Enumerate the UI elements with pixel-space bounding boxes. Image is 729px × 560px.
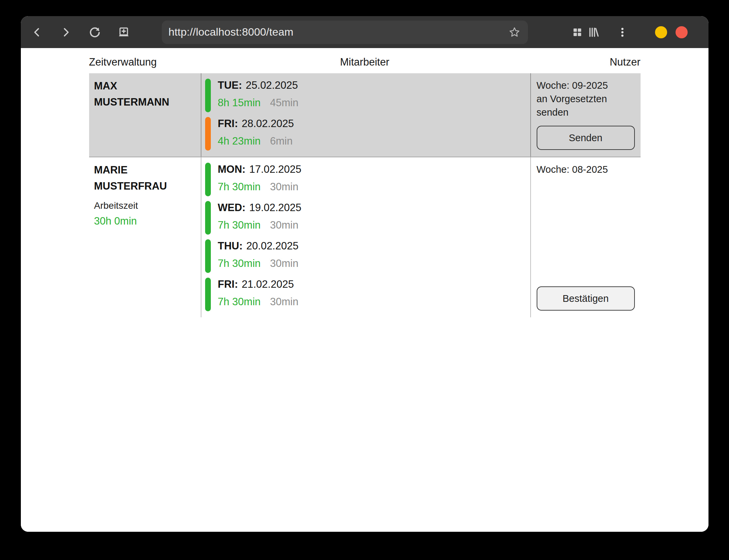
week-label: Woche: 08-2025 (537, 163, 635, 176)
reload-button[interactable] (87, 24, 103, 40)
top-navigation: Zeitverwaltung Mitarbeiter Nutzer (89, 48, 641, 68)
entry-break-duration: 30min (270, 181, 298, 193)
entry-day: WED: (218, 202, 246, 213)
entry-day: MON: (218, 163, 246, 175)
entry-worked-duration: 8h 15min (218, 97, 261, 109)
employee-name-column: MARIE MUSTERFRAU Arbeitszeit 30h 0min (89, 157, 201, 317)
apps-grid-icon (572, 27, 583, 38)
reload-icon (88, 26, 101, 39)
entry-day: FRI: (218, 278, 238, 290)
browser-toolbar: http://localhost:8000/team (21, 16, 708, 48)
employee-row: MARIE MUSTERFRAU Arbeitszeit 30h 0min MO… (89, 157, 641, 317)
entry-day: TUE: (218, 79, 242, 91)
worktime-total: 30h 0min (94, 215, 197, 227)
employee-table: MAX MUSTERMANN TUE:25.02.2025 8h 15min45… (89, 73, 641, 317)
time-entry-text: FRI:21.02.2025 7h 30min30min (218, 278, 299, 311)
time-entry: TUE:25.02.2025 8h 15min45min (205, 79, 530, 112)
week-label: Woche: 09-2025 an Vorgesetzten senden (537, 79, 635, 119)
entry-date: 28.02.2025 (242, 118, 294, 129)
window-close-button[interactable] (676, 26, 688, 38)
status-bar (205, 201, 211, 235)
entry-day: FRI: (218, 118, 238, 129)
nav-item-zeitverwaltung[interactable]: Zeitverwaltung (89, 56, 340, 68)
status-bar (205, 239, 211, 273)
entry-date: 21.02.2025 (242, 278, 294, 290)
time-entry-text: WED:19.02.2025 7h 30min30min (218, 201, 302, 235)
status-bar (205, 117, 211, 151)
entry-worked-duration: 4h 23min (218, 135, 261, 147)
apps-grid-button[interactable] (569, 24, 585, 40)
employee-name-column: MAX MUSTERMANN (89, 73, 201, 157)
url-bar[interactable]: http://localhost:8000/team (162, 21, 528, 44)
status-bar (205, 278, 211, 311)
bookmark-button[interactable] (508, 26, 521, 38)
entry-break-duration: 30min (270, 296, 298, 308)
entry-worked-duration: 7h 30min (218, 219, 261, 231)
bookmark-star-icon (508, 26, 521, 38)
status-bar (205, 79, 211, 112)
entry-worked-duration: 7h 30min (218, 296, 261, 308)
url-text[interactable]: http://localhost:8000/team (168, 26, 504, 38)
library-icon (587, 26, 600, 38)
entry-break-duration: 30min (270, 219, 298, 231)
new-tab-icon (117, 26, 130, 39)
time-entry: WED:19.02.2025 7h 30min30min (205, 201, 530, 235)
time-entries-column: MON:17.02.2025 7h 30min30min WED:19.02.2… (201, 157, 530, 317)
nav-item-nutzer[interactable]: Nutzer (389, 56, 641, 68)
time-entry-text: THU:20.02.2025 7h 30min30min (218, 239, 299, 273)
entry-worked-duration: 7h 30min (218, 257, 261, 269)
status-bar (205, 163, 211, 196)
new-tab-button[interactable] (116, 24, 132, 40)
forward-button[interactable] (58, 24, 74, 40)
week-action-button[interactable]: Senden (537, 126, 635, 150)
time-entry: FRI:28.02.2025 4h 23min6min (205, 117, 530, 151)
time-entries-column: TUE:25.02.2025 8h 15min45min FRI:28.02.2… (201, 73, 530, 157)
back-button[interactable] (29, 24, 45, 40)
entry-break-duration: 30min (270, 257, 298, 269)
entry-day: THU: (218, 240, 243, 252)
entry-date: 20.02.2025 (246, 240, 299, 252)
entry-worked-duration: 7h 30min (218, 181, 261, 193)
employee-name: MAX MUSTERMANN (94, 78, 197, 110)
forward-icon (60, 27, 72, 38)
time-entry: FRI:21.02.2025 7h 30min30min (205, 278, 530, 311)
worktime-label: Arbeitszeit (94, 200, 197, 212)
employee-name: MARIE MUSTERFRAU (94, 162, 197, 194)
week-column: Woche: 09-2025 an Vorgesetzten senden Se… (530, 73, 641, 157)
time-entry-text: TUE:25.02.2025 8h 15min45min (218, 79, 299, 112)
kebab-menu-icon (617, 27, 628, 38)
week-column: Woche: 08-2025 Bestätigen (530, 157, 641, 317)
menu-button[interactable] (614, 24, 630, 40)
entry-break-duration: 6min (270, 135, 293, 147)
browser-window: http://localhost:8000/team (21, 16, 708, 532)
time-entry-text: FRI:28.02.2025 4h 23min6min (218, 117, 294, 151)
time-entry-text: MON:17.02.2025 7h 30min30min (218, 163, 302, 196)
entry-date: 25.02.2025 (246, 79, 298, 91)
entry-date: 17.02.2025 (249, 163, 301, 175)
week-action-button[interactable]: Bestätigen (537, 286, 635, 311)
library-button[interactable] (585, 24, 602, 40)
page-body: Zeitverwaltung Mitarbeiter Nutzer MAX MU… (21, 48, 708, 532)
employee-row: MAX MUSTERMANN TUE:25.02.2025 8h 15min45… (89, 73, 641, 157)
time-entry: THU:20.02.2025 7h 30min30min (205, 239, 530, 273)
entry-date: 19.02.2025 (249, 202, 301, 213)
window-minimize-button[interactable] (655, 26, 667, 38)
entry-break-duration: 45min (270, 97, 298, 109)
time-entry: MON:17.02.2025 7h 30min30min (205, 163, 530, 196)
back-icon (31, 27, 43, 38)
nav-item-mitarbeiter[interactable]: Mitarbeiter (340, 56, 389, 68)
